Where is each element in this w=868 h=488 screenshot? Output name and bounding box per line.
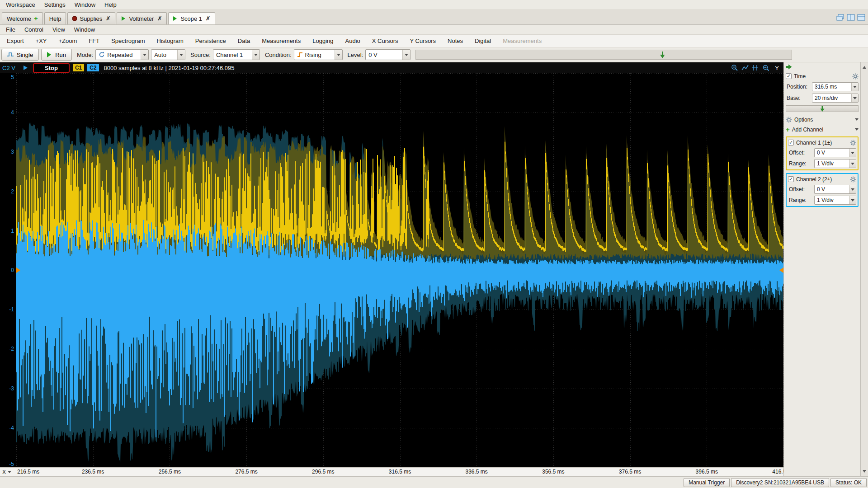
scope-plot-canvas[interactable] <box>16 73 783 467</box>
scroll-down-icon[interactable] <box>863 470 866 474</box>
toolbar-persistence[interactable]: Persistence <box>189 36 232 46</box>
tab-welcome[interactable]: Welcome + <box>2 12 43 24</box>
x-tick-label: 316.5 ms <box>389 469 411 475</box>
trigger-auto-select[interactable]: Auto <box>151 49 185 60</box>
level-select[interactable]: 0 V <box>365 49 410 60</box>
run-button[interactable]: Run <box>41 49 72 61</box>
time-enable-checkbox[interactable] <box>786 73 792 79</box>
trigger-level-marker[interactable] <box>16 267 20 273</box>
trigger-auto-value: Auto <box>154 52 174 58</box>
add-instrument-icon[interactable]: + <box>34 16 38 21</box>
menu-file[interactable]: File <box>2 25 19 34</box>
menu-bar: Workspace Settings Window Help <box>0 0 868 10</box>
device-selector[interactable]: Discovery2 SN:210321A95BE4 USB <box>731 478 829 487</box>
expand-panel-icon[interactable] <box>786 64 792 70</box>
plot-header-bar: C2 V Stop C1 C2 8000 samples at 8 kHz | … <box>0 62 783 73</box>
gear-icon[interactable] <box>850 176 856 183</box>
plot-options-icon[interactable] <box>762 64 769 71</box>
toolbar-measurements[interactable]: Measurements <box>256 36 307 46</box>
toolbar-audio[interactable]: Audio <box>340 36 366 46</box>
tab-help[interactable]: Help <box>44 12 66 24</box>
menu-window[interactable]: Window <box>71 0 99 9</box>
tab-voltmeter[interactable]: Voltmeter ✗ <box>117 12 167 24</box>
condition-label: Condition: <box>265 52 292 58</box>
menu-view[interactable]: View <box>48 25 69 34</box>
toolbar-x-cursors[interactable]: X Cursors <box>366 36 404 46</box>
toolbar-fft[interactable]: FFT <box>83 36 105 46</box>
scope-menu-bar: File Control View Window <box>0 25 868 35</box>
time-position-select[interactable]: 316.5 ms <box>812 82 859 91</box>
menu-window2[interactable]: Window <box>70 25 99 34</box>
toolbar-add-xy[interactable]: +XY <box>30 36 53 46</box>
single-button[interactable]: Single <box>1 49 39 61</box>
apply-time-button[interactable] <box>786 105 859 112</box>
condition-select[interactable]: Rising <box>294 49 343 60</box>
x-axis-selector[interactable]: X <box>0 468 16 476</box>
menu-help[interactable]: Help <box>100 0 121 9</box>
x-axis-labels: X 216.5 ms 236.5 ms 256.5 ms 276.5 ms 29… <box>0 467 783 476</box>
close-icon[interactable]: ✗ <box>106 15 110 22</box>
channel-1-offset-select[interactable]: 0 V <box>814 148 856 157</box>
stop-button[interactable]: Stop <box>33 63 70 73</box>
toolbar-notes[interactable]: Notes <box>442 36 469 46</box>
toolbar-export[interactable]: Export <box>1 36 30 46</box>
status-bar: Manual Trigger Discovery2 SN:210321A95BE… <box>0 476 868 488</box>
close-icon[interactable]: ✗ <box>206 15 210 22</box>
window-tile-icon[interactable] <box>847 14 855 21</box>
time-base-select[interactable]: 20 ms/div <box>812 94 859 103</box>
toolbar-y-cursors[interactable]: Y Cursors <box>404 36 442 46</box>
menu-workspace[interactable]: Workspace <box>2 0 39 9</box>
panel-scrollbar[interactable] <box>860 62 868 476</box>
channel-1-enable-checkbox[interactable] <box>788 140 794 145</box>
mode-select[interactable]: Repeated <box>95 49 149 60</box>
add-icon: + <box>786 127 790 132</box>
chevron-down-icon <box>849 160 856 168</box>
options-menu[interactable]: Options <box>786 115 859 124</box>
y-tick-label: -3 <box>9 385 14 392</box>
channel-1-badge[interactable]: C1 <box>73 64 84 71</box>
toolbar-logging[interactable]: Logging <box>307 36 339 46</box>
gear-icon <box>786 117 792 123</box>
y-axis-menu[interactable]: Y <box>775 65 779 71</box>
zoom-fit-icon[interactable] <box>741 64 749 71</box>
toolbar-add-zoom[interactable]: +Zoom <box>53 36 83 46</box>
window-cascade-icon[interactable] <box>836 14 844 21</box>
cursor-tracking-icon[interactable] <box>752 64 759 71</box>
time-base-label: Base: <box>787 95 810 101</box>
add-channel-button[interactable]: + Add Channel <box>786 125 859 134</box>
waveform-plot[interactable] <box>16 73 783 467</box>
channel-offset-marker[interactable] <box>779 267 783 273</box>
trigger-position-slider[interactable] <box>415 50 792 60</box>
manual-trigger-button[interactable]: Manual Trigger <box>684 478 730 487</box>
menu-settings[interactable]: Settings <box>40 0 70 9</box>
trigger-position-marker[interactable] <box>660 52 665 58</box>
channel-2-badge[interactable]: C2 <box>87 64 99 71</box>
channel-1-range-select[interactable]: 1 V/div <box>814 159 856 168</box>
toolbar-histogram[interactable]: Histogram <box>151 36 189 46</box>
scroll-up-icon[interactable] <box>863 64 866 69</box>
tab-supplies[interactable]: Supplies ✗ <box>67 12 115 24</box>
green-down-arrow-icon <box>820 106 825 112</box>
chevron-down-icon <box>335 50 342 60</box>
y-tick-label: -1 <box>9 306 14 313</box>
source-select[interactable]: Channel 1 <box>213 49 260 60</box>
toolbar-data[interactable]: Data <box>232 36 256 46</box>
mode-value: Repeated <box>107 52 137 58</box>
source-label: Source: <box>190 52 211 58</box>
channel-2-offset-select[interactable]: 0 V <box>814 185 856 194</box>
y-axis-channel-label[interactable]: C2 V <box>2 65 20 71</box>
window-float-icon[interactable] <box>857 14 865 21</box>
y-tick-label: 5 <box>11 73 14 80</box>
channel-2-enable-checkbox[interactable] <box>788 176 794 182</box>
toolbar-spectrogram[interactable]: Spectrogram <box>105 36 151 46</box>
chevron-down-icon <box>849 149 856 157</box>
close-icon[interactable]: ✗ <box>157 15 162 22</box>
zoom-in-icon[interactable] <box>731 64 738 71</box>
gear-icon[interactable] <box>850 140 856 146</box>
channel-2-range-select[interactable]: 1 V/div <box>814 196 856 205</box>
x-tick-label: 256.5 ms <box>159 469 181 475</box>
toolbar-digital[interactable]: Digital <box>469 36 497 46</box>
gear-icon[interactable] <box>852 73 859 80</box>
tab-scope-1[interactable]: Scope 1 ✗ <box>168 12 215 24</box>
menu-control[interactable]: Control <box>20 25 47 34</box>
